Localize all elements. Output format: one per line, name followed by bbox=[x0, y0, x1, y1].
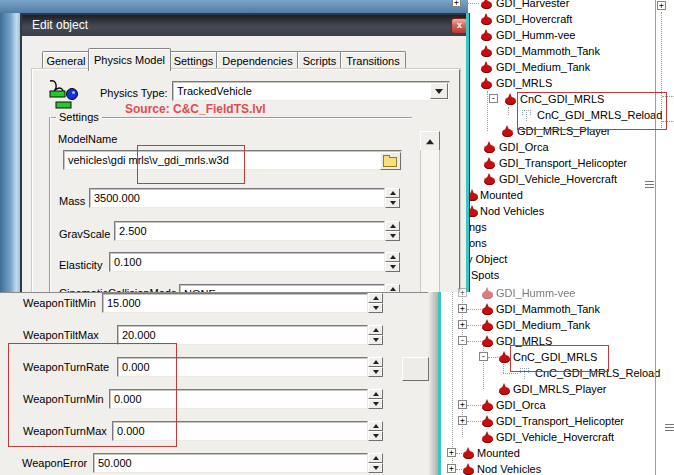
red-pawn-icon bbox=[481, 13, 492, 25]
elasticity-label: Elasticity bbox=[59, 258, 102, 272]
tree-row[interactable]: + GDI_Harvester bbox=[0, 0, 674, 11]
tree-item-label[interactable]: GDI_Medium_Tank bbox=[496, 319, 590, 332]
red-pawn-icon bbox=[470, 189, 478, 201]
red-pawn-icon bbox=[481, 29, 492, 41]
tree-item-label[interactable]: GDI_Orca bbox=[496, 399, 546, 412]
tree-item-label[interactable]: y Object bbox=[467, 253, 507, 266]
edit-object-dialog: Edit object x General Physics Model Sett… bbox=[20, 13, 470, 296]
spin-up-icon bbox=[385, 252, 400, 262]
red-pawn-icon bbox=[484, 157, 495, 169]
annotation-box-cnc-gdi-mrls bbox=[510, 345, 609, 372]
tab-physics-model[interactable]: Physics Model bbox=[88, 48, 171, 71]
scrollbar-up-button[interactable] bbox=[420, 131, 440, 152]
tree-item-label[interactable]: Spots bbox=[471, 269, 499, 282]
physics-type-combo[interactable]: TrackedVehicle bbox=[172, 81, 450, 101]
collapse-icon[interactable]: - bbox=[458, 336, 467, 345]
tree-item-label[interactable]: Nod Vehicles bbox=[477, 463, 541, 475]
tree-item-label[interactable]: GDI_Humm-vee bbox=[496, 29, 575, 42]
tree-row[interactable]: + GDI_Medium_Tank bbox=[0, 317, 674, 333]
close-icon: x bbox=[457, 20, 462, 30]
tree-item-label[interactable]: Mounted bbox=[480, 189, 523, 202]
spring-ball-icon bbox=[46, 77, 80, 113]
tree-item-label[interactable]: GDI_Medium_Tank bbox=[496, 61, 590, 74]
tree-item-label[interactable]: GDI_Orca bbox=[499, 141, 549, 154]
panel-splitter-line bbox=[655, 0, 656, 475]
red-pawn-icon bbox=[482, 335, 493, 347]
screenshot-root: + + GDI_Harvester GDI_Hovercraft GDI_Hum… bbox=[0, 0, 674, 475]
collapse-icon[interactable]: - bbox=[479, 352, 488, 361]
scrollbar-track[interactable] bbox=[420, 150, 440, 294]
red-pawn-icon bbox=[484, 173, 495, 185]
tree-item-label[interactable]: GDI_Vehicle_Hovercraft bbox=[496, 431, 614, 444]
tree-item-label[interactable]: GDI_Mammoth_Tank bbox=[496, 303, 600, 316]
tree-item-label[interactable]: ons bbox=[469, 237, 487, 250]
tree-item-label[interactable]: GDI_Mammoth_Tank bbox=[496, 45, 600, 58]
red-pawn-icon bbox=[481, 0, 492, 9]
browse-button[interactable] bbox=[380, 152, 401, 170]
splitter-grip[interactable] bbox=[645, 181, 654, 190]
expand-icon[interactable]: + bbox=[458, 320, 467, 329]
groupbox-border bbox=[49, 117, 412, 118]
red-pawn-icon bbox=[505, 93, 516, 105]
red-pawn-icon bbox=[482, 415, 493, 427]
mass-stepper[interactable] bbox=[385, 188, 400, 208]
expand-icon[interactable]: + bbox=[452, 0, 461, 7]
gravscale-label: GravScale bbox=[59, 227, 110, 241]
groupbox-border bbox=[49, 117, 50, 294]
physics-type-label: Physics Type: bbox=[100, 86, 168, 100]
tree-item-label[interactable]: GDI_MRLS bbox=[496, 77, 552, 90]
red-pawn-icon bbox=[470, 205, 478, 217]
gravscale-stepper[interactable] bbox=[385, 221, 400, 241]
tab-dependencies[interactable]: Dependencies bbox=[216, 51, 299, 70]
red-pawn-icon bbox=[481, 77, 492, 89]
tab-scripts[interactable]: Scripts bbox=[297, 51, 342, 70]
spin-down-icon bbox=[385, 231, 400, 241]
panel-edge-accent bbox=[438, 292, 441, 475]
tree-item-label[interactable]: Mounted bbox=[477, 447, 520, 460]
mass-field[interactable]: 3500.000 bbox=[89, 188, 385, 208]
red-pawn-icon bbox=[482, 287, 493, 299]
collapse-icon[interactable]: - bbox=[489, 94, 498, 103]
annotation-box-modelname bbox=[137, 145, 245, 184]
tree-row[interactable]: + GDI_Humm-vee bbox=[0, 285, 674, 301]
tree-item-label[interactable]: GDI_Harvester bbox=[496, 0, 569, 10]
red-pawn-icon bbox=[481, 45, 492, 57]
expand-icon[interactable]: + bbox=[447, 464, 456, 473]
tree-item-label[interactable]: GDI_Vehicle_Hovercraft bbox=[499, 173, 617, 186]
tree-item-label[interactable]: GDI_Transport_Helicopter bbox=[499, 157, 627, 170]
tab-transitions[interactable]: Transitions bbox=[340, 51, 406, 70]
tree-row[interactable]: + Nod Vehicles bbox=[0, 461, 674, 475]
tree-item-label[interactable]: GDI_Hovercraft bbox=[496, 13, 572, 26]
red-pawn-icon bbox=[484, 141, 495, 153]
tree-item-label[interactable]: GDI_MRLS_Player bbox=[513, 383, 607, 396]
tree-item-label[interactable]: GDI_Humm-vee bbox=[496, 287, 575, 300]
expand-icon[interactable]: + bbox=[447, 448, 456, 457]
tree-item-label[interactable]: Nod Vehicles bbox=[480, 205, 544, 218]
tree-row[interactable]: + GDI_Mammoth_Tank bbox=[0, 301, 674, 317]
red-pawn-icon bbox=[499, 351, 510, 363]
elasticity-stepper[interactable] bbox=[385, 252, 400, 272]
tab-settings[interactable]: Settings bbox=[169, 51, 218, 70]
expand-icon[interactable]: + bbox=[458, 288, 467, 297]
expand-icon[interactable]: + bbox=[458, 304, 467, 313]
red-pawn-icon bbox=[463, 447, 474, 459]
expand-icon[interactable]: + bbox=[458, 400, 467, 409]
splitter-grip[interactable] bbox=[665, 424, 674, 433]
panel-edge-accent bbox=[466, 13, 469, 292]
annotation-box-mrls-reload-top bbox=[517, 92, 667, 130]
elasticity-field[interactable]: 0.100 bbox=[109, 252, 385, 272]
spin-up-icon bbox=[385, 221, 400, 231]
gravscale-field[interactable]: 2.500 bbox=[114, 221, 385, 241]
modelname-label: ModelName bbox=[58, 132, 117, 146]
dialog-titlebar[interactable]: Edit object bbox=[22, 15, 468, 36]
spin-down-icon bbox=[385, 262, 400, 272]
folder-icon bbox=[383, 157, 397, 167]
tree-item-label[interactable]: ngs bbox=[469, 221, 487, 234]
tree-item-label[interactable]: GDI_Transport_Helicopter bbox=[496, 415, 624, 428]
chevron-down-icon[interactable] bbox=[430, 83, 448, 99]
tree-row[interactable]: + Mounted bbox=[0, 445, 674, 461]
red-pawn-icon bbox=[481, 61, 492, 73]
tab-general[interactable]: General bbox=[42, 51, 90, 70]
expand-icon[interactable]: + bbox=[458, 416, 467, 425]
mass-label: Mass bbox=[59, 194, 85, 208]
